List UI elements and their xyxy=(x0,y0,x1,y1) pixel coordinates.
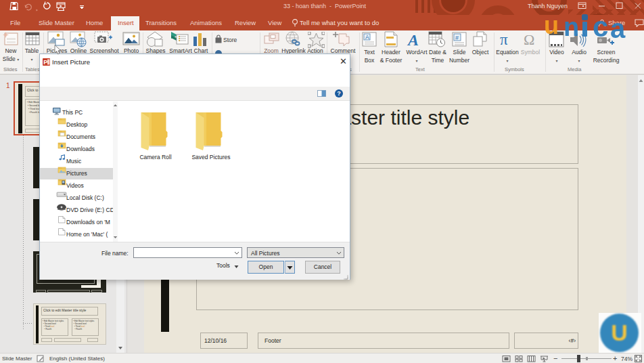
svg-text:A: A xyxy=(365,34,369,41)
svg-text:#: # xyxy=(455,35,459,41)
svg-text:A: A xyxy=(407,32,419,48)
svg-text:π: π xyxy=(500,32,508,47)
svg-text:Ω: Ω xyxy=(524,32,534,47)
